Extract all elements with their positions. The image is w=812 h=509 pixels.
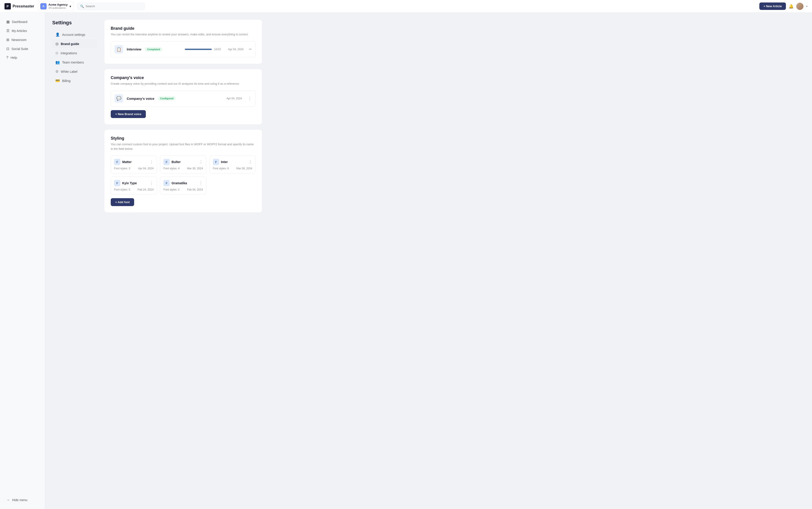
font-name: Bulter [172, 160, 181, 164]
settings-content: Brand guide You can revisit the intervie… [104, 20, 262, 502]
app-body: ▦ Dashboard ☰ My Articles ⊞ Newsroom ⊡ S… [0, 0, 812, 509]
settings-nav-billing-label: Billing [62, 79, 70, 83]
settings-nav-account[interactable]: 👤 Account settings [52, 30, 97, 39]
settings-nav-team-members[interactable]: 👥 Team members [52, 58, 97, 67]
sidebar-item-newsroom[interactable]: ⊞ Newsroom [2, 35, 43, 44]
font-card-header: F Inter ⋮ [213, 159, 252, 165]
new-brand-voice-label: + New Brand voice [115, 112, 141, 116]
edit-icon[interactable]: ✏ [249, 47, 252, 52]
sidebar-item-social-suite[interactable]: ⊡ Social Suite [2, 44, 43, 53]
font-styles: Font styles: 4 [163, 167, 179, 170]
font-date: Mar 08, 2024 [236, 167, 252, 170]
configured-badge: Configured [158, 96, 176, 100]
font-card-name-area: F Bulter [163, 159, 181, 165]
font-more-icon[interactable]: ⋮ [149, 160, 153, 164]
font-name: Inter [221, 160, 228, 164]
workspace-chevron: ▾ [70, 4, 71, 8]
font-card-meta: Font styles: 2 Feb 04, 2024 [163, 188, 203, 191]
font-more-icon[interactable]: ⋮ [199, 181, 203, 185]
interview-icon: 📋 [115, 45, 123, 54]
progress-bar-fill [185, 49, 212, 50]
font-card-meta: Font styles: 3 Apr 04, 2024 [114, 167, 153, 170]
completed-badge: Completed [145, 47, 162, 52]
sidebar-item-help[interactable]: ? Help [2, 54, 43, 62]
voice-date: Apr 04, 2024 [226, 97, 242, 100]
font-date: Feb 04, 2024 [187, 188, 203, 191]
styling-title: Styling [111, 136, 256, 141]
account-settings-icon: 👤 [56, 32, 60, 37]
sidebar-item-my-articles[interactable]: ☰ My Articles [2, 26, 43, 35]
settings-nav-account-label: Account settings [62, 33, 85, 36]
integrations-icon: ⊙ [56, 51, 58, 55]
font-icon: F [163, 180, 170, 186]
font-card-name-area: F Inter [213, 159, 228, 165]
white-label-icon: ⚙ [56, 69, 59, 74]
font-icon: F [213, 159, 219, 165]
settings-nav-billing[interactable]: 💳 Billing [52, 76, 97, 85]
progress-label: 10/10 [214, 48, 221, 51]
progress-bar-track [185, 49, 212, 50]
workspace-selector[interactable]: A Acme Agency 3/5 publications ▾ [38, 1, 74, 11]
styling-section: Styling You can connect custom font to y… [104, 130, 262, 212]
social-suite-icon: ⊡ [6, 46, 9, 51]
font-styles: Font styles: 5 [114, 188, 130, 191]
top-navigation: P Pressmaster A Acme Agency 3/5 publicat… [0, 0, 812, 12]
settings-nav-white-label[interactable]: ⚙ White Label [52, 67, 97, 76]
settings-nav-brand-guide-label: Brand guide [61, 42, 79, 46]
company-voice-title: Company's voice [111, 75, 256, 80]
logo: P Pressmaster [4, 3, 34, 9]
sidebar-item-label-dashboard: Dashboard [12, 20, 28, 24]
logo-box: P [4, 3, 11, 9]
font-card-header: F Matter ⋮ [114, 159, 153, 165]
brand-guide-section: Brand guide You can revisit the intervie… [104, 20, 262, 64]
font-styles: Font styles: 2 [163, 188, 179, 191]
sidebar: ▦ Dashboard ☰ My Articles ⊞ Newsroom ⊡ S… [0, 12, 45, 509]
add-font-button[interactable]: + Add font [111, 198, 134, 206]
font-card-meta: Font styles: 4 Mar 30, 2024 [163, 167, 203, 170]
voice-row: 💬 Company's voice Configured Apr 04, 202… [111, 90, 256, 106]
font-more-icon[interactable]: ⋮ [199, 160, 203, 164]
font-grid: F Matter ⋮ Font styles: 3 Apr 04, 2024 F… [111, 156, 256, 195]
font-card-name-area: F Matter [114, 159, 132, 165]
font-name: Kyiv Type [122, 181, 137, 185]
settings-nav-integrations[interactable]: ⊙ Integrations [52, 49, 97, 58]
user-avatar-img [796, 3, 804, 10]
settings-nav-team-members-label: Team members [62, 61, 84, 64]
logo-letter: P [6, 4, 8, 8]
sidebar-item-label-hide-menu: Hide menu [12, 498, 28, 502]
font-more-icon[interactable]: ⋮ [248, 160, 252, 164]
font-more-icon[interactable]: ⋮ [149, 181, 153, 185]
add-font-label: + Add font [115, 200, 130, 204]
font-card-bulter: F Bulter ⋮ Font styles: 4 Mar 30, 2024 [160, 156, 206, 173]
settings-title: Settings [52, 20, 97, 26]
voice-icon: 💬 [115, 94, 123, 103]
font-name: Matter [122, 160, 132, 164]
sidebar-item-hide-menu[interactable]: → Hide menu [2, 496, 43, 504]
nav-right: + New Article 🔔 ▾ [759, 2, 808, 10]
interview-date: Apr 04, 2024 [228, 48, 244, 51]
sidebar-item-dashboard[interactable]: ▦ Dashboard [2, 18, 43, 26]
workspace-avatar: A [40, 3, 46, 9]
font-card-meta: Font styles: 6 Mar 08, 2024 [213, 167, 252, 170]
interview-row: 📋 Interview Completed 10/10 Apr 04, 2024… [111, 41, 256, 58]
font-icon: F [163, 159, 170, 165]
search-bar[interactable]: 🔍 [77, 3, 145, 10]
user-avatar[interactable] [796, 3, 804, 10]
font-card-gramatika: F Gramatika ⋮ Font styles: 2 Feb 04, 202… [160, 177, 206, 195]
voice-more-icon[interactable]: ⋮ [248, 96, 252, 101]
font-date: Mar 30, 2024 [187, 167, 203, 170]
font-card-name-area: F Gramatika [163, 180, 187, 186]
sidebar-item-label-help: Help [10, 56, 17, 60]
sidebar-item-label-my-articles: My Articles [12, 29, 27, 33]
workspace-sub: 3/5 publications [48, 6, 68, 9]
new-article-button[interactable]: + New Article [759, 2, 786, 10]
notifications-bell-icon[interactable]: 🔔 [788, 4, 793, 9]
main-content: Settings 👤 Account settings ◎ Brand guid… [45, 12, 812, 509]
user-menu-chevron-down-icon[interactable]: ▾ [806, 5, 808, 8]
settings-nav-brand-guide[interactable]: ◎ Brand guide [52, 39, 97, 48]
dashboard-icon: ▦ [6, 20, 10, 24]
search-input[interactable] [86, 4, 142, 8]
new-brand-voice-button[interactable]: + New Brand voice [111, 110, 146, 118]
progress-area: 10/10 [185, 48, 221, 51]
font-date: Feb 24, 2024 [138, 188, 154, 191]
